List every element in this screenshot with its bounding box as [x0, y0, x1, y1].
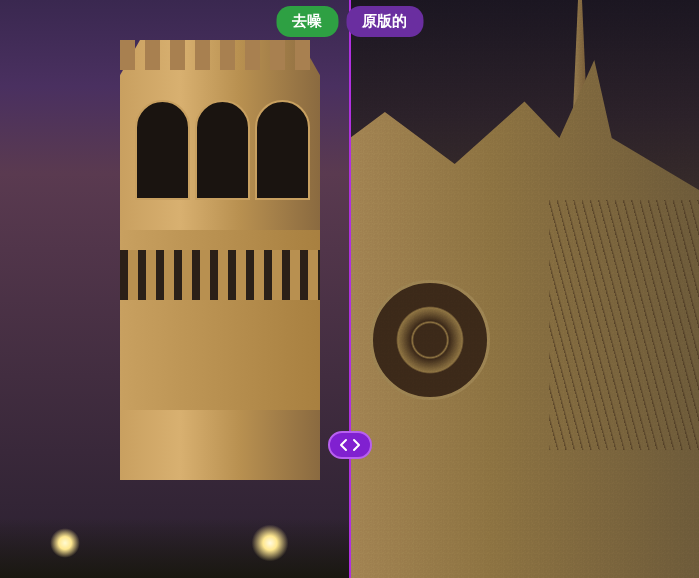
tower-upper-arches [130, 100, 310, 220]
tower-gallery-arches [120, 250, 320, 300]
image-comparison-slider: 去噪 原版的 [0, 0, 699, 578]
chevron-right-icon [351, 438, 361, 452]
comparison-slider-handle[interactable] [328, 431, 372, 459]
original-label: 原版的 [346, 6, 423, 37]
arch-illustration [255, 100, 310, 200]
streetlight-glow [250, 523, 290, 563]
comparison-divider-line[interactable] [349, 0, 351, 578]
original-image-panel [350, 0, 699, 578]
chevron-left-icon [339, 438, 349, 452]
streetlight-glow [50, 528, 80, 558]
comparison-labels: 去噪 原版的 [276, 6, 423, 37]
arch-illustration [135, 100, 190, 200]
tower-crenellation [120, 40, 320, 70]
denoised-label: 去噪 [276, 6, 338, 37]
image-noise-overlay [350, 0, 699, 578]
denoised-image-panel [0, 0, 350, 578]
arch-illustration [195, 100, 250, 200]
